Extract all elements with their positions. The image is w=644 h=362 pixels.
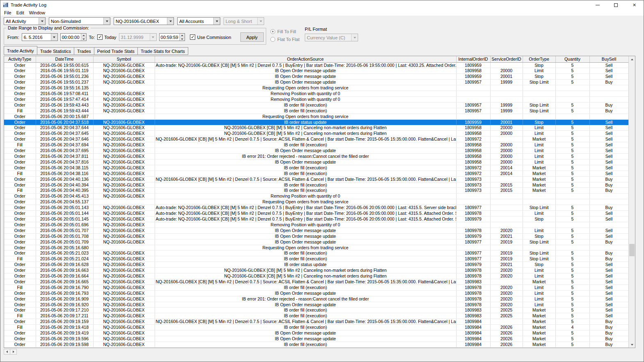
from-time-spinner[interactable]: 00:00:00 [60,33,87,41]
table-row[interactable]: Order2016-05-06 20:09:16.665NQ-201606-GL… [4,279,628,285]
table-row[interactable]: Order2016-05-06 19:55:16.135Requesting O… [4,85,628,91]
vertical-scrollbar-thumb[interactable] [629,244,635,256]
menu-item-edit[interactable]: Edit [14,10,27,15]
table-cell: 5 [555,262,589,268]
menu-item-window[interactable]: Window [27,10,48,15]
table-row[interactable]: Order2016-05-06 20:04:37.816NQ-201606-GL… [4,159,628,165]
column-header-internalorderid[interactable]: InternalOrderID [456,56,490,62]
use-commission-checkbox[interactable]: ✓ Use Commission [190,34,231,40]
spin-down-icon[interactable] [180,37,185,41]
tab-trade-activity[interactable]: Trade Activity [4,46,37,55]
account-filter-select[interactable]: All Accounts [177,17,220,25]
pl-format-select[interactable]: Currency Value (C) [305,34,358,41]
table-row[interactable]: Fill2016-05-06 20:09:17.211NQ-201606-GLO… [4,313,628,319]
scroll-left-button[interactable] [4,349,10,355]
column-header-orderactionsource[interactable]: OrderActionSource [155,56,456,62]
table-row[interactable]: Order2016-05-06 20:05:01.143NQ-201606-GL… [4,205,628,211]
horizontal-scrollbar[interactable] [4,349,17,355]
table-row[interactable]: Fill2016-05-06 20:09:16.790NQ-201606-GLO… [4,285,628,290]
spin-down-icon[interactable] [81,37,86,41]
maximize-button[interactable] [607,0,625,9]
tab-trade-statistics[interactable]: Trade Statistics [37,47,74,55]
table-row[interactable]: Order2016-05-06 20:05:01.144NQ-201606-GL… [4,211,628,216]
column-header-quantity[interactable]: Quantity [555,56,589,62]
table-row[interactable]: Order2016-05-06 20:04:40.394NQ-201606-GL… [4,182,628,188]
tab-period-trade-stats[interactable]: Period Trade Stats [94,47,138,55]
table-row[interactable]: Order2016-05-06 20:09:19.159NQ-201606-GL… [4,319,628,325]
table-cell: Sell [589,313,628,319]
table-row[interactable]: Order2016-05-06 19:55:01.236NQ-201606-GL… [4,74,628,80]
today-checkbox[interactable]: ✓ Today [97,34,116,40]
scroll-down-button[interactable] [629,342,635,348]
column-header-ordertype[interactable]: OrderType [523,56,555,62]
table-row[interactable]: Order2016-05-06 20:04:37.644NQ-201606-GL… [4,125,628,131]
table-row[interactable]: Order2016-05-06 20:09:16.920NQ-201606-GL… [4,302,628,307]
menu-item-file[interactable]: File [2,10,14,15]
table-row[interactable]: Order2016-05-06 20:04:37.695NQ-201606-GL… [4,148,628,154]
table-row[interactable]: Order2016-05-06 20:09:16.909NQ-201606-GL… [4,296,628,302]
tab-trades[interactable]: Trades [74,47,94,55]
table-row[interactable]: Order2016-05-06 19:55:01.237NQ-201606-GL… [4,80,628,85]
tab-trade-stats-for-charts[interactable]: Trade Stats for Charts [138,47,188,55]
table-row[interactable]: Order2016-05-06 20:05:16.680Requesting O… [4,245,628,250]
table-cell: NQ-201606-GLOBEX [93,74,155,80]
table-row[interactable]: Order2016-05-06 20:04:37.646NQ-201606-GL… [4,137,628,142]
table-row[interactable]: Order2016-05-06 20:09:17.210NQ-201606-GL… [4,307,628,313]
column-header-buysell[interactable]: BuySell [589,56,628,62]
table-row[interactable]: Order2016-05-06 19:55:01.119NQ-201606-GL… [4,68,628,74]
column-header-activitytype[interactable]: ActivityType [4,56,36,62]
activity-filter-select[interactable]: All Activity [4,17,46,25]
table-row[interactable]: Order2016-05-06 20:05:01.145NQ-201606-GL… [4,216,628,222]
close-button[interactable]: × [625,0,644,9]
fill-to-fill-radio[interactable]: Fill To Fill [270,29,299,34]
table-row[interactable]: Fill2016-05-06 20:04:40.395NQ-201606-GLO… [4,188,628,194]
table-row[interactable]: Fill2016-05-06 20:09:19.418NQ-201606-GLO… [4,325,628,330]
table-row[interactable]: Order2016-05-06 20:09:16.793NQ-201606-GL… [4,290,628,296]
table-row[interactable]: Order2016-05-06 20:04:37.518NQ-201606-GL… [4,119,628,125]
table-row[interactable]: Order2016-05-06 19:59:43.443NQ-201606-GL… [4,102,628,108]
table-row[interactable]: Order2016-05-06 20:09:19.598NQ-201606-GL… [4,342,628,347]
minimize-button[interactable] [588,0,607,9]
table-row[interactable]: Order2016-05-06 20:04:45.413NQ-201606-GL… [4,194,628,199]
direction-filter-select[interactable]: Long & Short [224,17,264,25]
table-row[interactable]: Order2016-05-06 20:05:01.707NQ-201606-GL… [4,228,628,233]
simulation-filter-select[interactable]: Non-Simulated [49,17,110,25]
spin-up-icon[interactable] [180,34,185,37]
symbol-filter-select[interactable]: NQ-201606-GLOBEX [114,17,174,25]
table-row[interactable]: Order2016-05-06 19:57:47.414NQ-201606-GL… [4,96,628,102]
table-row[interactable]: Order2016-05-06 20:05:01.696NQ-201606-GL… [4,222,628,228]
table-row[interactable]: Order2016-05-06 20:04:38.115NQ-201606-GL… [4,165,628,171]
table-row[interactable]: Order2016-05-06 20:09:19.596NQ-201606-GL… [4,336,628,342]
table-row[interactable]: Fill2016-05-06 20:04:38.116NQ-201606-GLO… [4,171,628,176]
table-row[interactable]: Order2016-05-06 20:04:40.136NQ-201606-GL… [4,176,628,182]
table-row[interactable]: Order2016-05-06 19:57:08.411NQ-201606-GL… [4,91,628,97]
to-time-spinner[interactable]: 00:59:59 [159,33,185,41]
spin-up-icon[interactable] [81,34,86,37]
column-header-serviceorderid[interactable]: ServiceOrderID [490,56,523,62]
table-row[interactable]: Order2016-05-06 20:09:16.628NQ-201606-GL… [4,262,628,268]
apply-button[interactable]: Apply [240,32,264,42]
scroll-up-button[interactable] [629,56,635,62]
table-row[interactable]: Order2016-05-06 20:05:01.708NQ-201606-GL… [4,233,628,239]
table-row[interactable]: Fill2016-05-06 19:59:43.444NQ-201606-GLO… [4,108,628,114]
to-date-select[interactable]: 31.12.9999 [119,33,157,41]
table-row[interactable]: Order2016-05-06 20:05:01.709NQ-201606-GL… [4,239,628,245]
table-row[interactable]: Order2016-05-06 19:55:00.615NQ-201606-GL… [4,62,628,68]
table-row[interactable]: Order2016-05-06 20:04:37.645NQ-201606-GL… [4,131,628,137]
table-row[interactable]: Order2016-05-06 20:09:16.663NQ-201606-GL… [4,268,628,273]
table-row[interactable]: Order2016-05-06 20:09:16.664NQ-201606-GL… [4,273,628,279]
vertical-scrollbar[interactable] [628,56,635,348]
table-row[interactable]: Fill2016-05-06 20:05:21.024NQ-201606-GLO… [4,256,628,262]
table-row[interactable]: Order2016-05-06 20:04:55.137Requesting O… [4,199,628,205]
table-row[interactable]: Order2016-05-06 20:04:37.811NQ-201606-GL… [4,154,628,159]
table-row[interactable]: Order2016-05-06 20:05:21.023NQ-201606-GL… [4,250,628,256]
flat-to-flat-radio[interactable]: Flat To Flat [270,37,299,42]
from-date-select[interactable]: 6. 5.2016 [22,33,58,41]
scroll-right-button[interactable] [10,349,17,355]
table-row[interactable]: Order2016-05-06 20:00:15.687Requesting O… [4,114,628,119]
column-header-symbol[interactable]: Symbol [93,56,155,62]
table-row[interactable]: Order2016-05-06 20:09:19.419NQ-201606-GL… [4,330,628,336]
column-header-datetime[interactable]: DateTime [36,56,93,62]
to-time-value: 00:59:59 [160,34,180,41]
table-row[interactable]: Fill2016-05-06 20:04:37.694NQ-201606-GLO… [4,142,628,148]
